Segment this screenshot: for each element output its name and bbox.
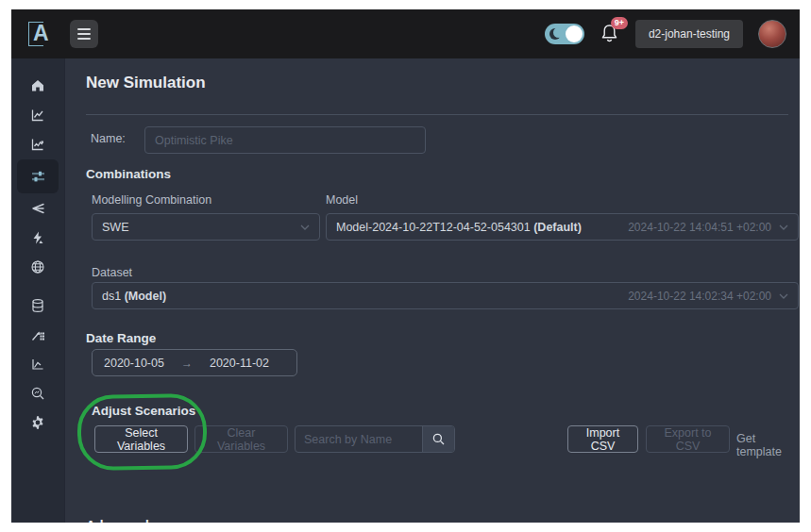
chevron-down-icon [779,293,788,299]
search-icon [432,433,445,445]
axis-chart-icon [30,357,45,372]
modelling-combination-select[interactable]: SWE [92,213,320,241]
dataset-select[interactable]: ds1 (Model) 2024-10-22 14:02:34 +02:00 [92,282,799,309]
search-chart-icon [30,386,45,401]
theme-toggle[interactable] [545,24,584,44]
notifications-button[interactable]: 9+ [600,23,620,45]
sliders-icon [30,169,46,185]
sidebar-item-results[interactable] [19,350,57,378]
model-value: Model-2024-10-22T12-04-52-054301 (Defaul… [336,221,620,234]
flash-icon [30,230,45,245]
model-label: Model [326,193,358,207]
date-range-end: 2020-11-02 [210,357,269,370]
gear-icon [30,415,45,430]
variable-search [295,425,455,453]
dataset-label: Dataset [92,266,132,279]
dataset-timestamp: 2024-10-22 14:02:34 +02:00 [628,290,771,303]
branch-icon [30,201,46,216]
select-variables-button[interactable]: Select Variables [94,425,188,453]
clear-variables-button: Clear Variables [194,425,288,453]
sidebar-item-home[interactable] [19,72,57,100]
model-select[interactable]: Model-2024-10-22T12-04-52-054301 (Defaul… [326,213,799,241]
get-template-link[interactable]: Get template [736,432,800,458]
database-icon [30,298,45,313]
sidebar-item-settings[interactable] [19,408,57,437]
adjust-scenarios-heading: Adjust Scenarios [92,404,195,418]
export-csv-button: Export to CSV [646,425,730,453]
chevron-down-icon [300,224,310,230]
date-range-heading: Date Range [86,331,156,345]
model-timestamp: 2024-10-22 14:04:51 +02:00 [628,221,771,234]
sidebar-item-forecasts[interactable] [19,321,57,349]
moon-icon [549,28,561,40]
sidebar-item-explore[interactable] [19,379,57,407]
topbar: A 9+ d2-johan-testing [11,9,800,58]
topbar-right: 9+ d2-johan-testing [545,20,786,48]
name-label: Name: [91,132,126,145]
hamburger-icon [77,28,91,30]
chevron-down-icon [779,224,788,230]
date-range-picker[interactable]: 2020-10-05 → 2020-11-02 [92,349,297,376]
sidebar-item-quick-run[interactable] [19,224,57,252]
logo-letter: A [33,21,49,45]
sidebar-item-datasets[interactable] [19,291,57,320]
combinations-heading: Combinations [86,167,171,181]
home-icon [30,78,45,93]
title-divider [86,114,788,115]
toggle-knob [566,25,583,42]
line-chart-icon [30,108,45,123]
forecast-icon [30,327,46,342]
search-button[interactable] [422,426,454,452]
workspace-button[interactable]: d2-johan-testing [635,20,743,48]
app-logo[interactable]: A [28,21,53,47]
advanced-section-heading: Advanced [86,518,149,523]
sidebar-item-simulations[interactable] [17,159,59,193]
dataset-value: ds1 (Model) [102,290,620,303]
sidebar-item-charts[interactable] [19,101,57,129]
user-avatar[interactable] [758,20,786,48]
search-input[interactable] [296,426,422,452]
sidebar-item-charts-alt[interactable] [19,130,57,158]
name-input[interactable] [144,126,426,154]
menu-toggle-button[interactable] [70,20,98,48]
modelling-combination-label: Modelling Combination [92,193,211,207]
main-content: New Simulation Name: Combinations Modell… [64,58,800,523]
arrow-right-icon: → [181,357,193,370]
notification-badge: 9+ [611,17,628,29]
sidebar-item-globe[interactable] [19,253,57,281]
modelling-combination-value: SWE [102,221,293,234]
app-window: A 9+ d2-johan-testing [11,9,800,523]
date-range-start: 2020-10-05 [104,357,164,370]
sidebar [11,58,64,523]
globe-icon [30,259,45,274]
sidebar-item-scenarios[interactable] [19,194,57,223]
import-csv-button[interactable]: Import CSV [567,425,638,453]
page-title: New Simulation [86,74,206,92]
line-chart-alt-icon [30,137,45,152]
